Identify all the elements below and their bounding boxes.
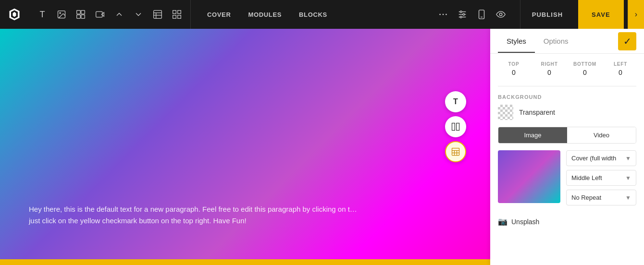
repeat-dropdown-label: No Repeat — [571, 194, 601, 201]
bottom-label: BOTTOM — [573, 61, 596, 67]
down-arrow-icon[interactable] — [130, 6, 147, 23]
panel-tabs: Styles Options ✓ — [490, 29, 644, 54]
svg-point-16 — [439, 14, 441, 15]
save-arrow-button[interactable]: › — [628, 0, 644, 29]
up-arrow-icon[interactable] — [111, 6, 128, 23]
transparent-label: Transparent — [519, 108, 555, 116]
svg-rect-8 — [154, 11, 162, 19]
left-value[interactable]: 0 — [619, 69, 622, 76]
svg-rect-4 — [77, 15, 81, 19]
save-button[interactable]: SAVE — [578, 0, 624, 29]
trbl-bottom: BOTTOM 0 — [569, 61, 601, 76]
svg-rect-15 — [178, 15, 181, 19]
svg-rect-12 — [173, 11, 176, 14]
svg-point-17 — [442, 14, 444, 15]
divider — [498, 86, 636, 86]
svg-rect-13 — [178, 11, 181, 14]
svg-rect-25 — [479, 10, 484, 19]
table-icon[interactable] — [149, 6, 166, 23]
repeat-chevron-icon: ▼ — [625, 194, 631, 201]
trbl-left: LEFT 0 — [605, 61, 636, 76]
unsplash-icon: 📷 — [498, 217, 508, 226]
svg-rect-3 — [81, 11, 85, 14]
svg-point-18 — [446, 14, 447, 15]
toolbar: T COVER MODULES BLOCKS — [0, 0, 644, 29]
image-video-toggle: Image Video — [498, 127, 636, 144]
logo[interactable] — [0, 0, 29, 29]
float-columns-button[interactable] — [445, 116, 466, 137]
confirm-button[interactable]: ✓ — [618, 32, 636, 50]
image-tool-icon[interactable] — [53, 6, 70, 23]
image-thumbnail[interactable] — [498, 150, 560, 203]
mobile-icon[interactable] — [474, 7, 489, 22]
tab-options[interactable]: Options — [535, 30, 577, 53]
floating-edit-buttons: T — [445, 91, 466, 162]
nav-cover[interactable]: COVER — [198, 0, 239, 29]
repeat-dropdown[interactable]: No Repeat ▼ — [566, 190, 636, 205]
background-preview-row: Transparent — [498, 105, 636, 120]
svg-rect-30 — [452, 148, 459, 156]
panel-body: TOP 0 RIGHT 0 BOTTOM 0 LEFT 0 BACKGROU — [490, 54, 644, 236]
cover-dropdown-label: Cover (full width — [571, 155, 616, 162]
svg-rect-29 — [457, 123, 459, 131]
image-options: Cover (full width ▼ Middle Left ▼ No Rep… — [566, 150, 636, 205]
svg-point-22 — [460, 11, 462, 13]
cover-dropdown[interactable]: Cover (full width ▼ — [566, 150, 636, 166]
canvas-background — [0, 29, 490, 265]
position-chevron-icon: ▼ — [625, 175, 631, 181]
nav-modules[interactable]: MODULES — [239, 0, 290, 29]
svg-rect-5 — [81, 15, 85, 19]
trbl-top: TOP 0 — [498, 61, 530, 76]
svg-point-24 — [460, 16, 462, 18]
top-value[interactable]: 0 — [512, 69, 516, 76]
canvas-yellow-bar — [0, 259, 490, 265]
svg-rect-2 — [77, 11, 81, 14]
left-label: LEFT — [614, 61, 627, 67]
float-text-button[interactable]: T — [445, 91, 466, 112]
trbl-row: TOP 0 RIGHT 0 BOTTOM 0 LEFT 0 — [498, 61, 636, 76]
video-tool-icon[interactable] — [91, 6, 109, 23]
image-preview-area: Cover (full width ▼ Middle Left ▼ No Rep… — [498, 150, 636, 205]
gallery-tool-icon[interactable] — [72, 6, 89, 23]
svg-point-27 — [499, 13, 502, 16]
svg-marker-7 — [101, 12, 104, 16]
position-dropdown[interactable]: Middle Left ▼ — [566, 170, 636, 186]
svg-rect-14 — [173, 15, 176, 19]
top-label: TOP — [508, 61, 520, 67]
preview-icon[interactable] — [493, 7, 508, 22]
main-area: Hey there, this is the default text for … — [0, 29, 644, 265]
toolbar-right: PUBLISH SAVE › — [428, 0, 644, 29]
right-value[interactable]: 0 — [547, 69, 551, 76]
background-section-label: BACKGROUND — [498, 94, 636, 100]
unsplash-label: Unsplash — [511, 218, 539, 226]
canvas[interactable]: Hey there, this is the default text for … — [0, 29, 490, 265]
svg-point-1 — [60, 12, 61, 13]
tab-styles[interactable]: Styles — [498, 30, 535, 53]
image-tab-button[interactable]: Image — [498, 127, 567, 143]
right-icon-group — [428, 7, 516, 22]
pattern-icon[interactable] — [168, 6, 186, 23]
right-label: RIGHT — [541, 61, 557, 67]
svg-rect-28 — [452, 123, 455, 131]
bottom-value[interactable]: 0 — [583, 69, 587, 76]
right-panel: Styles Options ✓ TOP 0 RIGHT 0 BOTTOM 0 — [490, 29, 644, 265]
nav-blocks[interactable]: BLOCKS — [290, 0, 336, 29]
logo-icon — [8, 8, 21, 21]
nav-items: COVER MODULES BLOCKS — [191, 0, 344, 29]
video-tab-button[interactable]: Video — [567, 127, 636, 143]
publish-button[interactable]: PUBLISH — [520, 0, 574, 29]
transparent-checker — [498, 105, 513, 120]
position-dropdown-label: Middle Left — [571, 174, 602, 181]
trbl-right: RIGHT 0 — [533, 61, 565, 76]
cover-chevron-icon: ▼ — [625, 155, 631, 162]
unsplash-row[interactable]: 📷 Unsplash — [498, 212, 636, 228]
text-tool-icon[interactable]: T — [34, 6, 51, 23]
sliders-icon[interactable] — [455, 7, 470, 22]
float-block-button[interactable] — [445, 141, 466, 162]
canvas-paragraph-text[interactable]: Hey there, this is the default text for … — [29, 204, 365, 227]
dots-icon[interactable] — [435, 7, 451, 22]
svg-point-23 — [463, 13, 465, 15]
editor-tool-icons: T — [29, 0, 191, 29]
